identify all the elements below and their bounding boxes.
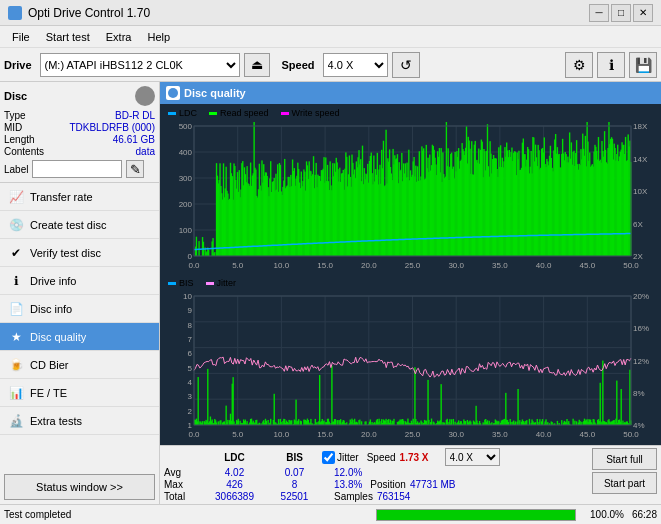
nav-item-transfer-rate[interactable]: 📈Transfer rate [0, 183, 159, 211]
save-icon[interactable]: 💾 [629, 52, 657, 78]
position-value: 47731 MB [410, 479, 456, 490]
disc-label-row: Label ✎ [4, 160, 155, 178]
start-part-button[interactable]: Start part [592, 472, 657, 494]
stats-header-row: LDC BIS Jitter Speed 1.73 X 4.0 X [164, 448, 588, 466]
chart-icon [166, 86, 180, 100]
menu-start-test[interactable]: Start test [38, 29, 98, 45]
left-panel: Disc Type BD-R DL MID TDKBLDRFB (000) Le… [0, 82, 160, 504]
legend-jitter-label: Jitter [217, 278, 237, 288]
app-title: Opti Drive Control 1.70 [28, 6, 150, 20]
refresh-icon[interactable]: ↺ [392, 52, 420, 78]
minimize-button[interactable]: ─ [589, 4, 609, 22]
disc-contents-value: data [136, 146, 155, 157]
top-chart-legend: LDC Read speed Write speed [162, 106, 659, 120]
nav-item-fe-te[interactable]: 📊FE / TE [0, 379, 159, 407]
disc-type-label: Type [4, 110, 26, 121]
start-full-button[interactable]: Start full [592, 448, 657, 470]
nav-icon-verify-test-disc: ✔ [8, 245, 24, 261]
top-chart-canvas [162, 122, 659, 274]
speed-right-select[interactable]: 4.0 X [445, 448, 500, 466]
stats-buttons: Start full Start part [592, 448, 657, 494]
disc-label-input[interactable] [32, 160, 122, 178]
nav-label-disc-info: Disc info [30, 303, 72, 315]
legend-ldc-label: LDC [179, 108, 197, 118]
menu-extra[interactable]: Extra [98, 29, 140, 45]
nav-item-verify-test-disc[interactable]: ✔Verify test disc [0, 239, 159, 267]
speed-select[interactable]: 4.0 X [323, 53, 388, 77]
disc-mid-row: MID TDKBLDRFB (000) [4, 122, 155, 133]
bottom-chart-canvas [162, 292, 659, 443]
close-button[interactable]: ✕ [633, 4, 653, 22]
nav-label-extra-tests: Extra tests [30, 415, 82, 427]
speed-label-stats: Speed [367, 452, 396, 463]
speed-label: Speed [282, 59, 315, 71]
nav-icon-create-test-disc: 💿 [8, 217, 24, 233]
main-layout: Disc Type BD-R DL MID TDKBLDRFB (000) Le… [0, 82, 661, 504]
disc-label-set-button[interactable]: ✎ [126, 160, 144, 178]
progress-bar-fill [377, 510, 575, 520]
samples-label: Samples [334, 491, 373, 502]
samples-value: 763154 [377, 491, 410, 502]
toolbar: Drive (M:) ATAPI iHBS112 2 CL0K ⏏ Speed … [0, 48, 661, 82]
settings-icon[interactable]: ⚙ [565, 52, 593, 78]
disc-mid-value: TDKBLDRFB (000) [69, 122, 155, 133]
eject-button[interactable]: ⏏ [244, 53, 270, 77]
stats-ldc-header: LDC [202, 452, 267, 463]
stats-avg-jitter: 12.0% [334, 467, 362, 478]
stats-area: LDC BIS Jitter Speed 1.73 X 4.0 X [160, 445, 661, 504]
stats-max-ldc: 426 [202, 479, 267, 490]
stats-max-jitter: 13.8% [334, 479, 362, 490]
nav-label-drive-info: Drive info [30, 275, 76, 287]
drive-label: Drive [4, 59, 36, 71]
jitter-checkbox[interactable] [322, 451, 335, 464]
nav-icon-cd-bier: 🍺 [8, 357, 24, 373]
status-window-button[interactable]: Status window >> [4, 474, 155, 500]
nav-item-drive-info[interactable]: ℹDrive info [0, 267, 159, 295]
disc-label-label: Label [4, 164, 28, 175]
info-icon[interactable]: ℹ [597, 52, 625, 78]
stats-max-label: Max [164, 479, 202, 490]
disc-mid-label: MID [4, 122, 22, 133]
legend-write-label: Write speed [292, 108, 340, 118]
disc-section: Disc Type BD-R DL MID TDKBLDRFB (000) Le… [0, 82, 159, 183]
nav-item-create-test-disc[interactable]: 💿Create test disc [0, 211, 159, 239]
stats-avg-ldc: 4.02 [202, 467, 267, 478]
stats-max-bis: 8 [267, 479, 322, 490]
legend-jitter: Jitter [206, 278, 237, 288]
position-label: Position [370, 479, 406, 490]
ldc-color-swatch [168, 112, 176, 115]
nav-label-disc-quality: Disc quality [30, 331, 86, 343]
nav-list: 📈Transfer rate💿Create test disc✔Verify t… [0, 183, 159, 435]
status-text: Test completed [4, 509, 368, 520]
stats-avg-row: Avg 4.02 0.07 12.0% [164, 467, 588, 478]
jitter-color-swatch [206, 282, 214, 285]
nav-item-disc-info[interactable]: 📄Disc info [0, 295, 159, 323]
speed-value-stats: 1.73 X [400, 452, 445, 463]
status-percent: 100.0% [584, 509, 624, 520]
drive-select[interactable]: (M:) ATAPI iHBS112 2 CL0K [40, 53, 240, 77]
status-time: 66:28 [632, 509, 657, 520]
nav-label-verify-test-disc: Verify test disc [30, 247, 101, 259]
disc-contents-label: Contents [4, 146, 44, 157]
stats-total-row: Total 3066389 52501 Samples 763154 [164, 491, 588, 502]
stats-total-label: Total [164, 491, 202, 502]
menu-file[interactable]: File [4, 29, 38, 45]
disc-type-row: Type BD-R DL [4, 110, 155, 121]
nav-label-cd-bier: CD Bier [30, 359, 69, 371]
disc-type-value: BD-R DL [115, 110, 155, 121]
title-bar-left: Opti Drive Control 1.70 [8, 6, 150, 20]
nav-icon-drive-info: ℹ [8, 273, 24, 289]
maximize-button[interactable]: □ [611, 4, 631, 22]
nav-item-disc-quality[interactable]: ★Disc quality [0, 323, 159, 351]
chart-header: Disc quality [160, 82, 661, 104]
stats-table: LDC BIS Jitter Speed 1.73 X 4.0 X [164, 448, 588, 502]
stats-bis-header: BIS [267, 452, 322, 463]
bis-color-swatch [168, 282, 176, 285]
nav-label-fe-te: FE / TE [30, 387, 67, 399]
stats-avg-bis: 0.07 [267, 467, 322, 478]
menu-help[interactable]: Help [139, 29, 178, 45]
write-color-swatch [281, 112, 289, 115]
nav-item-cd-bier[interactable]: 🍺CD Bier [0, 351, 159, 379]
nav-item-extra-tests[interactable]: 🔬Extra tests [0, 407, 159, 435]
disc-length-row: Length 46.61 GB [4, 134, 155, 145]
